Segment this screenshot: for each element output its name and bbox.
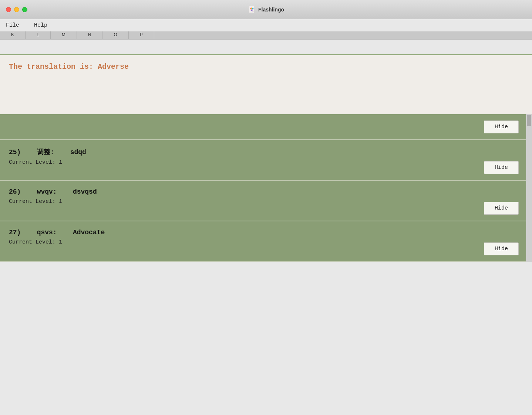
flashcard-26-translation: dsvqsd xyxy=(73,188,97,195)
cards-container: Hide 25) 调整: sdqd Current Level: 1 Hide … xyxy=(0,114,526,262)
flashcard-27-word: qsvs xyxy=(37,229,53,236)
flashcard-25-translation: sdqd xyxy=(70,149,86,156)
app-icon: 🃏 xyxy=(248,6,255,13)
hide-button-26[interactable]: Hide xyxy=(484,202,519,215)
flashcard-27-colon: : xyxy=(53,229,57,236)
tab-p[interactable]: P xyxy=(129,31,154,39)
traffic-lights xyxy=(6,7,27,12)
close-button[interactable] xyxy=(6,7,11,12)
content-area: Hide 25) 调整: sdqd Current Level: 1 Hide … xyxy=(0,114,532,262)
flashcard-26-level: Current Level: 1 xyxy=(9,198,517,205)
hide-button-27[interactable]: Hide xyxy=(484,242,519,255)
flashcard-25-number: 25) xyxy=(9,149,21,156)
flashcard-27-header: 27) qsvs: Advocate xyxy=(9,229,517,236)
tab-n[interactable]: N xyxy=(77,31,103,39)
hide-button-25[interactable]: Hide xyxy=(484,161,519,174)
flashcard-27-level-label: Current Level: xyxy=(9,239,55,245)
flashcard-25-level-label: Current Level: xyxy=(9,159,55,166)
flashcard-25-level-value: 1 xyxy=(59,159,62,166)
menu-file[interactable]: File xyxy=(6,22,19,28)
tab-k[interactable]: K xyxy=(0,31,26,39)
maximize-button[interactable] xyxy=(22,7,27,12)
tab-l[interactable]: L xyxy=(26,31,51,39)
flashcard-26: 26) wvqv: dsvqsd Current Level: 1 Hide xyxy=(0,181,526,221)
translation-text: The translation is: Adverse xyxy=(9,62,129,71)
flashcard-26-level-label: Current Level: xyxy=(9,198,55,205)
tab-o[interactable]: O xyxy=(102,31,128,39)
flashcard-25: 25) 调整: sdqd Current Level: 1 Hide xyxy=(0,140,526,181)
flashcard-26-header: 26) wvqv: dsvqsd xyxy=(9,188,517,195)
flashcard-26-level-value: 1 xyxy=(59,198,62,205)
flashcard-27-number: 27) xyxy=(9,229,21,236)
tab-m[interactable]: M xyxy=(51,31,77,39)
app-title-text: Flashlingo xyxy=(258,7,284,13)
menu-help[interactable]: Help xyxy=(34,22,47,28)
flashcard-27: 27) qsvs: Advocate Current Level: 1 Hide xyxy=(0,221,526,262)
flashcard-25-header: 25) 调整: sdqd xyxy=(9,147,517,156)
translation-area: The translation is: Adverse xyxy=(0,55,532,114)
tab-bar: K L M N O P xyxy=(0,31,532,40)
flashcard-25-colon: : xyxy=(50,149,54,156)
window-title: 🃏 Flashlingo xyxy=(248,6,284,13)
scrollbar-thumb[interactable] xyxy=(527,115,531,126)
flashcard-26-colon: : xyxy=(53,188,57,195)
flashcard-26-word: wvqv xyxy=(37,188,53,195)
hide-button-top[interactable]: Hide xyxy=(484,120,519,133)
menu-bar: File Help xyxy=(0,19,532,31)
flashcard-25-level: Current Level: 1 xyxy=(9,159,517,166)
flashcard-26-number: 26) xyxy=(9,188,21,195)
flashcard-27-translation: Advocate xyxy=(73,229,105,236)
flashcard-25-word: 调整 xyxy=(37,149,50,156)
flashcard-27-level-value: 1 xyxy=(59,239,62,245)
scrollbar-track[interactable] xyxy=(526,114,532,262)
title-bar: 🃏 Flashlingo xyxy=(0,0,532,19)
minimize-button[interactable] xyxy=(14,7,19,12)
flashcard-27-level: Current Level: 1 xyxy=(9,239,517,245)
flashcard-top: Hide xyxy=(0,114,526,140)
